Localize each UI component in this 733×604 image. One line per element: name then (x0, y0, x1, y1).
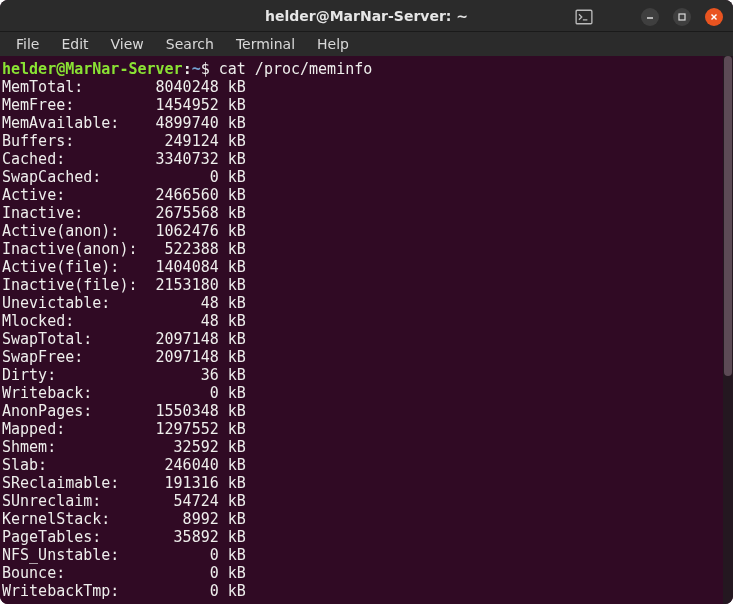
meminfo-label: KernelStack: (2, 510, 137, 528)
meminfo-value: 0 (137, 546, 218, 564)
terminal-output[interactable]: helder@MarNar-Server:~$ cat /proc/meminf… (0, 56, 723, 604)
meminfo-unit: kB (228, 348, 246, 366)
meminfo-unit: kB (228, 384, 246, 402)
meminfo-unit: kB (228, 474, 246, 492)
svg-rect-0 (576, 10, 592, 24)
meminfo-value: 8040248 (137, 78, 218, 96)
titlebar-tray (575, 8, 593, 26)
scrollbar-thumb[interactable] (724, 56, 732, 376)
meminfo-label: Inactive(file): (2, 276, 137, 294)
meminfo-unit: kB (228, 528, 246, 546)
meminfo-label: PageTables: (2, 528, 137, 546)
menu-edit[interactable]: Edit (51, 33, 98, 55)
close-button[interactable] (705, 8, 723, 26)
meminfo-value: 1454952 (137, 96, 218, 114)
meminfo-value: 1062476 (137, 222, 218, 240)
meminfo-value: 1550348 (137, 402, 218, 420)
meminfo-label: Writeback: (2, 384, 137, 402)
meminfo-row: SwapTotal: 2097148 kB (2, 330, 721, 348)
meminfo-label: SwapTotal: (2, 330, 137, 348)
terminal-area: helder@MarNar-Server:~$ cat /proc/meminf… (0, 56, 733, 604)
window-title: helder@MarNar-Server: ~ (0, 8, 733, 24)
meminfo-unit: kB (228, 564, 246, 582)
meminfo-value: 191316 (137, 474, 218, 492)
menu-terminal[interactable]: Terminal (226, 33, 305, 55)
terminal-tray-icon (575, 8, 593, 26)
meminfo-row: SwapCached: 0 kB (2, 168, 721, 186)
meminfo-value: 48 (137, 312, 218, 330)
scrollbar-track[interactable] (723, 56, 733, 604)
meminfo-unit: kB (228, 294, 246, 312)
meminfo-row: MemAvailable: 4899740 kB (2, 114, 721, 132)
meminfo-row: Dirty: 36 kB (2, 366, 721, 384)
meminfo-unit: kB (228, 438, 246, 456)
svg-rect-3 (679, 14, 685, 20)
meminfo-label: MemFree: (2, 96, 137, 114)
meminfo-label: SwapCached: (2, 168, 137, 186)
meminfo-row: MemFree: 1454952 kB (2, 96, 721, 114)
meminfo-label: WritebackTmp: (2, 582, 137, 600)
meminfo-label: MemTotal: (2, 78, 137, 96)
meminfo-label: SUnreclaim: (2, 492, 137, 510)
menu-search[interactable]: Search (156, 33, 224, 55)
meminfo-value: 32592 (137, 438, 218, 456)
meminfo-value: 246040 (137, 456, 218, 474)
meminfo-unit: kB (228, 420, 246, 438)
window-controls (641, 8, 723, 26)
meminfo-value: 48 (137, 294, 218, 312)
meminfo-unit: kB (228, 240, 246, 258)
meminfo-label: Buffers: (2, 132, 137, 150)
meminfo-row: Cached: 3340732 kB (2, 150, 721, 168)
meminfo-label: Active: (2, 186, 137, 204)
meminfo-unit: kB (228, 168, 246, 186)
menu-help[interactable]: Help (307, 33, 359, 55)
meminfo-value: 2153180 (137, 276, 218, 294)
meminfo-label: AnonPages: (2, 402, 137, 420)
meminfo-value: 8992 (137, 510, 218, 528)
meminfo-unit: kB (228, 312, 246, 330)
meminfo-label: Cached: (2, 150, 137, 168)
meminfo-value: 36 (137, 366, 218, 384)
menu-view[interactable]: View (101, 33, 154, 55)
meminfo-value: 2097148 (137, 330, 218, 348)
meminfo-row: Inactive(file): 2153180 kB (2, 276, 721, 294)
menu-file[interactable]: File (6, 33, 49, 55)
meminfo-row: Active(anon): 1062476 kB (2, 222, 721, 240)
meminfo-value: 1297552 (137, 420, 218, 438)
meminfo-label: Active(anon): (2, 222, 137, 240)
titlebar[interactable]: helder@MarNar-Server: ~ (0, 0, 733, 31)
meminfo-unit: kB (228, 204, 246, 222)
meminfo-value: 3340732 (137, 150, 218, 168)
prompt-separator: : (183, 60, 192, 78)
meminfo-label: Active(file): (2, 258, 137, 276)
meminfo-unit: kB (228, 330, 246, 348)
meminfo-label: Dirty: (2, 366, 137, 384)
meminfo-row: SUnreclaim: 54724 kB (2, 492, 721, 510)
meminfo-value: 1404084 (137, 258, 218, 276)
meminfo-value: 2097148 (137, 348, 218, 366)
meminfo-unit: kB (228, 150, 246, 168)
meminfo-unit: kB (228, 546, 246, 564)
minimize-button[interactable] (641, 8, 659, 26)
meminfo-row: WritebackTmp: 0 kB (2, 582, 721, 600)
meminfo-label: SReclaimable: (2, 474, 137, 492)
command-text: cat /proc/meminfo (219, 60, 373, 78)
meminfo-row: Unevictable: 48 kB (2, 294, 721, 312)
meminfo-unit: kB (228, 276, 246, 294)
meminfo-row: Inactive: 2675568 kB (2, 204, 721, 222)
meminfo-row: SReclaimable: 191316 kB (2, 474, 721, 492)
meminfo-value: 4899740 (137, 114, 218, 132)
meminfo-label: Inactive: (2, 204, 137, 222)
maximize-button[interactable] (673, 8, 691, 26)
meminfo-row: PageTables: 35892 kB (2, 528, 721, 546)
prompt-path: ~ (192, 60, 201, 78)
meminfo-row: Slab: 246040 kB (2, 456, 721, 474)
meminfo-value: 54724 (137, 492, 218, 510)
meminfo-value: 2466560 (137, 186, 218, 204)
meminfo-row: Active: 2466560 kB (2, 186, 721, 204)
meminfo-value: 249124 (137, 132, 218, 150)
meminfo-row: Buffers: 249124 kB (2, 132, 721, 150)
meminfo-value: 522388 (137, 240, 218, 258)
meminfo-unit: kB (228, 258, 246, 276)
meminfo-label: Mlocked: (2, 312, 137, 330)
